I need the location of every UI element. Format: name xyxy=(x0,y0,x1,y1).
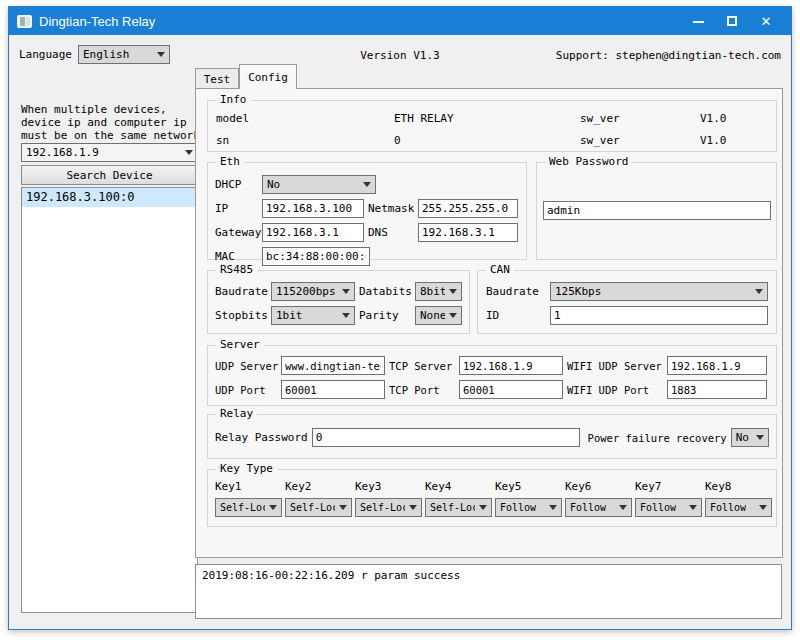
config-panel: Info model ETH RELAY sw_ver V1.0 sn 0 sw… xyxy=(195,88,783,558)
tcp-server-label: TCP Server xyxy=(389,360,459,372)
dhcp-select[interactable]: No xyxy=(262,175,376,194)
chevron-down-icon xyxy=(479,505,487,510)
sw-ver-label: sw_ver xyxy=(580,112,700,125)
tab-config[interactable]: Config xyxy=(239,64,297,89)
web-password-group-title: Web Password xyxy=(545,155,632,169)
server-group: Server UDP Server TCP Server WIFI UDP Se… xyxy=(207,345,777,406)
eth-group-title: Eth xyxy=(216,155,244,169)
key-type-group-title: Key Type xyxy=(216,462,277,476)
maximize-button[interactable] xyxy=(715,7,749,35)
parity-label: Parity xyxy=(359,309,415,322)
chevron-down-icon xyxy=(363,182,371,187)
relay-group: Relay Relay Password Power failure recov… xyxy=(207,414,777,459)
key4-col: Key4 Self-Lock xyxy=(425,480,495,517)
titlebar[interactable]: Dingtian-Tech Relay ✕ xyxy=(9,7,791,35)
sw-ver-label: sw_ver xyxy=(580,134,700,147)
chevron-down-icon xyxy=(449,313,457,318)
power-failure-recovery-select[interactable]: No xyxy=(731,428,769,447)
tcp-port-label: TCP Port xyxy=(389,384,459,396)
minimize-button[interactable] xyxy=(681,7,715,35)
chevron-down-icon xyxy=(339,505,347,510)
key3-label: Key3 xyxy=(355,480,425,493)
udp-port-input[interactable] xyxy=(281,380,385,399)
gateway-input[interactable] xyxy=(262,223,364,242)
key7-label: Key7 xyxy=(635,480,705,493)
netmask-input[interactable] xyxy=(418,199,518,218)
support-label: Support: stephen@dingtian-tech.com xyxy=(556,49,781,62)
key1-select[interactable]: Self-Lock xyxy=(215,498,282,517)
topbar: Language English Version V1.3 Support: s… xyxy=(9,35,791,71)
key6-select[interactable]: Follow xyxy=(565,498,632,517)
log-output[interactable]: 2019:08:16-00:22:16.209 r param success xyxy=(195,564,782,619)
sw-ver-value: V1.0 xyxy=(700,134,727,147)
chevron-down-icon xyxy=(342,289,350,294)
key8-select[interactable]: Follow xyxy=(705,498,772,517)
key2-label: Key2 xyxy=(285,480,355,493)
rs485-baudrate-select[interactable]: 115200bps xyxy=(271,282,355,301)
device-list-item[interactable]: 192.168.3.100:0 xyxy=(22,188,197,207)
minimize-icon xyxy=(693,21,704,23)
chevron-down-icon xyxy=(759,505,767,510)
sw-ver-value: V1.0 xyxy=(700,112,727,125)
window-controls: ✕ xyxy=(681,7,783,35)
relay-password-input[interactable] xyxy=(312,428,580,447)
can-baudrate-label: Baudrate xyxy=(486,285,550,298)
chevron-down-icon xyxy=(342,313,350,318)
key4-select[interactable]: Self-Lock xyxy=(425,498,492,517)
mac-input[interactable] xyxy=(262,247,370,266)
can-group: CAN Baudrate 125Kbps ID xyxy=(477,270,777,334)
key3-col: Key3 Self-Lock xyxy=(355,480,425,517)
can-baudrate-select[interactable]: 125Kbps xyxy=(550,282,768,301)
key5-select[interactable]: Follow xyxy=(495,498,562,517)
dns-input[interactable] xyxy=(418,223,518,242)
relay-password-label: Relay Password xyxy=(215,431,308,444)
log-line: 2019:08:16-00:22:16.209 r param success xyxy=(202,569,775,583)
device-list[interactable]: 192.168.3.100:0 xyxy=(21,187,198,613)
sn-label: sn xyxy=(216,134,394,147)
parity-select[interactable]: None xyxy=(415,306,462,325)
chevron-down-icon xyxy=(269,505,277,510)
ip-input[interactable] xyxy=(262,199,364,218)
info-group-title: Info xyxy=(216,93,251,107)
server-group-title: Server xyxy=(216,338,264,352)
web-password-group: Web Password xyxy=(536,162,777,260)
wifi-udp-server-input[interactable] xyxy=(667,356,767,375)
key3-select[interactable]: Self-Lock xyxy=(355,498,422,517)
key8-col: Key8 Follow xyxy=(705,480,775,517)
key1-col: Key1 Self-Lock xyxy=(215,480,285,517)
tcp-server-input[interactable] xyxy=(459,356,563,375)
key2-select[interactable]: Self-Lock xyxy=(285,498,352,517)
wifi-udp-port-input[interactable] xyxy=(667,380,767,399)
key6-label: Key6 xyxy=(565,480,635,493)
chevron-down-icon xyxy=(755,289,763,294)
info-row: sn 0 sw_ver V1.0 xyxy=(208,129,776,151)
key1-label: Key1 xyxy=(215,480,285,493)
key7-select[interactable]: Follow xyxy=(635,498,702,517)
close-button[interactable]: ✕ xyxy=(749,7,783,35)
maximize-icon xyxy=(727,16,737,26)
key7-col: Key7 Follow xyxy=(635,480,705,517)
key4-label: Key4 xyxy=(425,480,495,493)
can-id-input[interactable] xyxy=(550,306,768,325)
stopbits-select[interactable]: 1bit xyxy=(271,306,355,325)
key5-col: Key5 Follow xyxy=(495,480,565,517)
databits-select[interactable]: 8bit xyxy=(415,282,462,301)
wifi-udp-server-label: WIFI UDP Server xyxy=(567,360,667,372)
tab-test[interactable]: Test xyxy=(195,68,239,89)
local-ip-select[interactable]: 192.168.1.9 xyxy=(21,143,198,162)
search-device-button[interactable]: Search Device xyxy=(21,165,198,185)
eth-group: Eth DHCP No IP Netmask Gateway xyxy=(207,162,527,260)
udp-server-input[interactable] xyxy=(281,356,385,375)
wifi-udp-port-label: WIFI UDP Port xyxy=(567,384,667,396)
can-group-title: CAN xyxy=(486,263,514,277)
web-password-input[interactable] xyxy=(543,201,771,220)
databits-label: Databits xyxy=(359,285,415,298)
key-type-group: Key Type Key1 Self-Lock Key2 Self-Lock K… xyxy=(207,469,777,527)
tcp-port-input[interactable] xyxy=(459,380,563,399)
dhcp-label: DHCP xyxy=(215,178,262,191)
chevron-down-icon xyxy=(689,505,697,510)
can-id-label: ID xyxy=(486,309,550,322)
chevron-down-icon xyxy=(449,289,457,294)
udp-port-label: UDP Port xyxy=(215,384,281,396)
key5-label: Key5 xyxy=(495,480,565,493)
